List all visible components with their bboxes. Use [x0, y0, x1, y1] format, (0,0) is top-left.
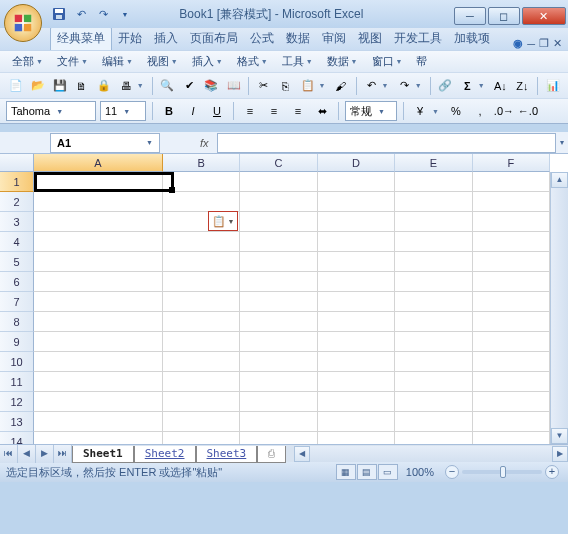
row-header-4[interactable]: 4: [0, 232, 34, 252]
cell-A8[interactable]: [34, 312, 163, 332]
cell-B9[interactable]: [163, 332, 240, 352]
cell-B8[interactable]: [163, 312, 240, 332]
redo-icon[interactable]: ↷: [395, 76, 414, 96]
cell-D3[interactable]: [318, 212, 395, 232]
dropdown-icon[interactable]: ▼: [415, 82, 425, 89]
cell-E14[interactable]: [395, 432, 472, 444]
col-header-d[interactable]: D: [318, 154, 395, 172]
cell-E12[interactable]: [395, 392, 472, 412]
cell-F9[interactable]: [473, 332, 550, 352]
cell-E5[interactable]: [395, 252, 472, 272]
fx-icon[interactable]: fx: [200, 137, 209, 149]
row-header-7[interactable]: 7: [0, 292, 34, 312]
select-all-button[interactable]: [0, 154, 34, 172]
cell-C10[interactable]: [240, 352, 317, 372]
cell-F7[interactable]: [473, 292, 550, 312]
cell-A9[interactable]: [34, 332, 163, 352]
cell-D7[interactable]: [318, 292, 395, 312]
dropdown-icon[interactable]: ▼: [432, 108, 442, 115]
row-header-5[interactable]: 5: [0, 252, 34, 272]
cell-B1[interactable]: [163, 172, 240, 192]
cell-B10[interactable]: [163, 352, 240, 372]
menu-tools[interactable]: 工具▼: [276, 52, 319, 71]
office-button[interactable]: [4, 4, 42, 42]
cell-C3[interactable]: [240, 212, 317, 232]
tab-formulas[interactable]: 公式: [244, 27, 280, 50]
tab-home[interactable]: 开始: [112, 27, 148, 50]
menu-view[interactable]: 视图▼: [141, 52, 184, 71]
doc-minimize-icon[interactable]: ─: [527, 38, 535, 50]
cell-F13[interactable]: [473, 412, 550, 432]
cell-C14[interactable]: [240, 432, 317, 444]
tab-addins[interactable]: 加载项: [448, 27, 496, 50]
cell-F4[interactable]: [473, 232, 550, 252]
undo-icon[interactable]: ↶: [361, 76, 380, 96]
menu-insert[interactable]: 插入▼: [186, 52, 229, 71]
help-icon[interactable]: ◉: [513, 37, 523, 50]
page-break-view-icon[interactable]: ▭: [378, 464, 398, 480]
zoom-out-button[interactable]: −: [445, 465, 459, 479]
paste-options-button[interactable]: 📋 ▼: [208, 211, 238, 231]
horizontal-scrollbar[interactable]: ◀ ▶: [294, 446, 568, 462]
cell-A3[interactable]: [34, 212, 163, 232]
zoom-slider[interactable]: [462, 470, 542, 474]
cell-B5[interactable]: [163, 252, 240, 272]
row-header-2[interactable]: 2: [0, 192, 34, 212]
cell-C4[interactable]: [240, 232, 317, 252]
paste-icon[interactable]: 📋: [298, 76, 317, 96]
cell-C6[interactable]: [240, 272, 317, 292]
sheet-first-icon[interactable]: ⏮: [0, 445, 18, 463]
cell-D10[interactable]: [318, 352, 395, 372]
hyperlink-icon[interactable]: 🔗: [436, 76, 455, 96]
scroll-down-icon[interactable]: ▼: [551, 428, 568, 444]
currency-icon[interactable]: ¥: [410, 101, 430, 121]
cell-F3[interactable]: [473, 212, 550, 232]
page-layout-view-icon[interactable]: ▤: [357, 464, 377, 480]
row-header-10[interactable]: 10: [0, 352, 34, 372]
cell-D6[interactable]: [318, 272, 395, 292]
sort-asc-icon[interactable]: A↓: [491, 76, 510, 96]
cell-F5[interactable]: [473, 252, 550, 272]
doc-close-icon[interactable]: ✕: [553, 37, 562, 50]
sheet-tab-2[interactable]: Sheet2: [134, 446, 196, 463]
new-sheet-tab[interactable]: ⎙: [257, 446, 286, 463]
cut-icon[interactable]: ✂: [254, 76, 273, 96]
cell-F12[interactable]: [473, 392, 550, 412]
col-header-b[interactable]: B: [163, 154, 240, 172]
redo-icon[interactable]: ↷: [94, 5, 112, 23]
qat-dropdown-icon[interactable]: ▼: [116, 5, 134, 23]
cell-A12[interactable]: [34, 392, 163, 412]
cell-E8[interactable]: [395, 312, 472, 332]
cell-A13[interactable]: [34, 412, 163, 432]
normal-view-icon[interactable]: ▦: [336, 464, 356, 480]
close-button[interactable]: ✕: [522, 7, 566, 25]
menu-file[interactable]: 文件▼: [51, 52, 94, 71]
formula-bar[interactable]: [217, 133, 556, 153]
cell-F1[interactable]: [473, 172, 550, 192]
row-header-1[interactable]: 1: [0, 172, 34, 192]
thesaurus-icon[interactable]: 📖: [224, 76, 243, 96]
cell-B13[interactable]: [163, 412, 240, 432]
comma-icon[interactable]: ,: [470, 101, 490, 121]
cell-A6[interactable]: [34, 272, 163, 292]
cell-E2[interactable]: [395, 192, 472, 212]
bold-icon[interactable]: B: [159, 101, 179, 121]
cell-A1[interactable]: [34, 172, 163, 192]
menu-data[interactable]: 数据▼: [321, 52, 364, 71]
dropdown-icon[interactable]: ▼: [382, 82, 392, 89]
row-header-12[interactable]: 12: [0, 392, 34, 412]
cell-C5[interactable]: [240, 252, 317, 272]
align-right-icon[interactable]: ≡: [288, 101, 308, 121]
cell-E1[interactable]: [395, 172, 472, 192]
cell-E6[interactable]: [395, 272, 472, 292]
cell-C11[interactable]: [240, 372, 317, 392]
tab-view[interactable]: 视图: [352, 27, 388, 50]
sort-desc-icon[interactable]: Z↓: [513, 76, 532, 96]
cell-B12[interactable]: [163, 392, 240, 412]
zoom-in-button[interactable]: +: [545, 465, 559, 479]
cell-C13[interactable]: [240, 412, 317, 432]
cell-D9[interactable]: [318, 332, 395, 352]
cell-F6[interactable]: [473, 272, 550, 292]
save-icon[interactable]: [50, 5, 68, 23]
cell-B11[interactable]: [163, 372, 240, 392]
